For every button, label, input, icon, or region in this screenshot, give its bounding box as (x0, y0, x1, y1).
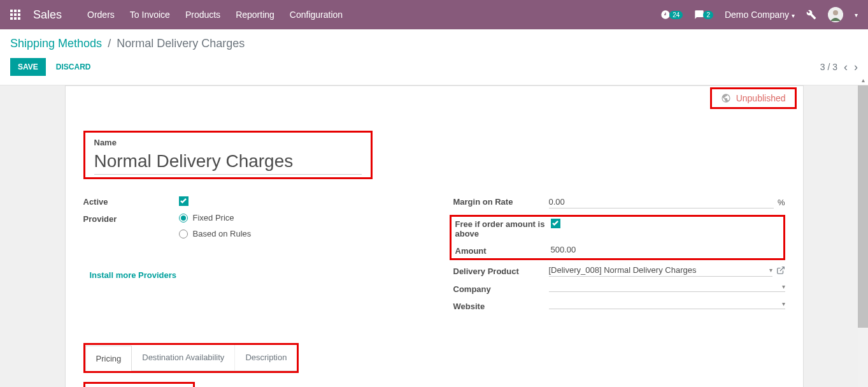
discard-button[interactable]: DISCARD (56, 62, 91, 71)
website-select[interactable]: ▾ (549, 300, 785, 309)
unpublished-label: Unpublished (736, 93, 786, 103)
breadcrumb-parent[interactable]: Shipping Methods (10, 37, 102, 50)
scrollbar[interactable]: ▴ (858, 85, 868, 387)
radio-checked-icon (179, 214, 188, 223)
action-row: SAVE DISCARD 3 / 3 ‹ › (0, 50, 868, 85)
free-if-checkbox[interactable] (551, 219, 560, 228)
pager: 3 / 3 ‹ › (820, 61, 858, 74)
save-button[interactable]: SAVE (10, 58, 46, 76)
nav-right: 24 2 Demo Company ▾ ▾ (660, 7, 858, 22)
scroll-up-icon[interactable]: ▴ (858, 74, 868, 85)
margin-input[interactable] (549, 196, 774, 208)
active-checkbox[interactable] (179, 196, 189, 206)
user-caret-icon[interactable]: ▾ (855, 11, 858, 18)
apps-icon[interactable] (10, 10, 20, 20)
tabs: Pricing Destination Availability Descrip… (85, 345, 297, 371)
caret-down-icon: ▾ (769, 267, 772, 274)
nav-links: Orders To Invoice Products Reporting Con… (87, 10, 343, 20)
name-input[interactable] (94, 149, 362, 175)
nav-configuration[interactable]: Configuration (290, 10, 343, 20)
name-block: Name (83, 131, 373, 179)
provider-rules-radio[interactable]: Based on Rules (179, 229, 415, 238)
company-label: Company (453, 283, 549, 294)
nav-reporting[interactable]: Reporting (236, 10, 274, 20)
tabs-highlight: Pricing Destination Availability Descrip… (83, 343, 299, 373)
caret-down-icon: ▾ (782, 283, 785, 290)
company-switcher[interactable]: Demo Company ▾ (725, 10, 795, 20)
amount-label: Amount (455, 245, 551, 256)
breadcrumb-sep: / (108, 37, 111, 50)
messages-indicator[interactable]: 2 (694, 10, 713, 20)
provider-fixed-label: Fixed Price (193, 213, 234, 223)
debug-icon[interactable] (806, 10, 816, 20)
tab-pricing[interactable]: Pricing (85, 346, 132, 371)
activity-indicator[interactable]: 24 (660, 10, 683, 20)
install-more-link[interactable]: Install more Providers (90, 270, 177, 280)
breadcrumb-current: Normal Delivery Charges (117, 37, 245, 50)
left-column: Active Provider Fixed Price B (83, 196, 415, 318)
svg-line-2 (779, 267, 783, 270)
user-avatar[interactable] (828, 7, 843, 22)
brand-label[interactable]: Sales (33, 8, 62, 22)
delivery-product-select[interactable]: [Delivery_008] Normal Delivery Charges ▾ (549, 265, 772, 277)
nav-to-invoice[interactable]: To Invoice (130, 10, 170, 20)
nav-orders[interactable]: Orders (87, 10, 115, 20)
fixed-price-highlight: Fixed Price 10.00 (83, 382, 196, 387)
radio-unchecked-icon (179, 230, 188, 238)
pager-text: 3 / 3 (820, 62, 837, 72)
percent-label: % (778, 198, 785, 207)
free-amount-highlight: Free if order amount is above Amount 500… (450, 215, 785, 260)
pager-prev[interactable]: ‹ (844, 61, 848, 74)
publish-status[interactable]: Unpublished (710, 87, 797, 109)
activity-badge: 24 (669, 11, 683, 19)
top-nav: Sales Orders To Invoice Products Reporti… (0, 0, 868, 29)
provider-rules-label: Based on Rules (193, 229, 252, 238)
amount-value: 500.00 (551, 245, 576, 254)
free-if-label: Free if order amount is above (455, 218, 551, 238)
delivery-product-value: [Delivery_008] Normal Delivery Charges (549, 265, 765, 275)
nav-products[interactable]: Products (185, 10, 220, 20)
delivery-product-label: Delivery Product (453, 265, 549, 276)
pager-next[interactable]: › (854, 61, 858, 74)
caret-down-icon: ▾ (782, 300, 785, 307)
provider-fixed-radio[interactable]: Fixed Price (179, 213, 415, 223)
company-select[interactable]: ▾ (549, 283, 785, 292)
name-field-label: Name (94, 138, 362, 147)
form-sheet: Unpublished Name Active Provider (65, 85, 804, 387)
website-label: Website (453, 300, 549, 311)
breadcrumb-row: Shipping Methods / Normal Delivery Charg… (0, 29, 868, 50)
margin-label: Margin on Rate (453, 196, 549, 207)
scroll-thumb[interactable] (858, 85, 868, 328)
right-column: Margin on Rate % Free if order amount is… (453, 196, 785, 318)
external-link-icon[interactable] (776, 266, 785, 277)
active-label: Active (83, 196, 179, 207)
tab-destination[interactable]: Destination Availability (132, 345, 235, 370)
tab-description[interactable]: Description (235, 345, 297, 370)
globe-icon (721, 93, 731, 103)
breadcrumb: Shipping Methods / Normal Delivery Charg… (10, 37, 858, 50)
svg-point-1 (833, 10, 838, 15)
message-badge: 2 (703, 11, 713, 19)
provider-label: Provider (83, 213, 179, 224)
